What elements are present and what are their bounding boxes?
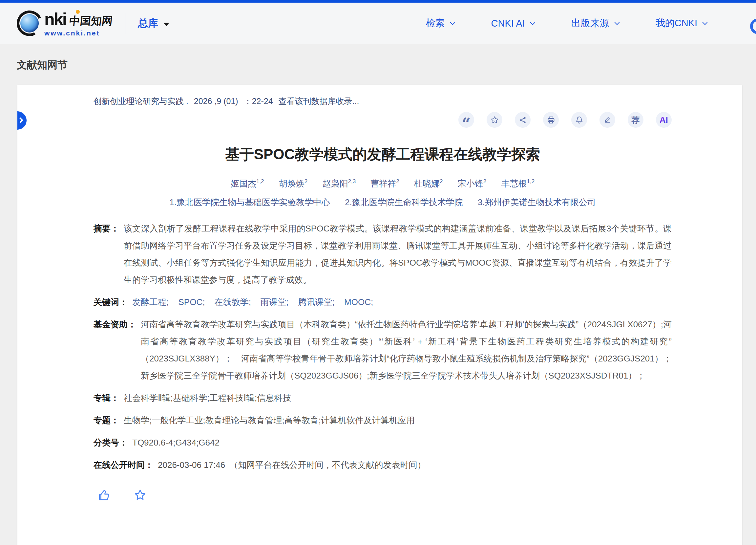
- author-list: 姬国杰1,2 胡焕焕2 赵枭阳2,3 曹祥祥2 杜晓娜2 宋小锋2 丰慧根1,2: [94, 178, 672, 189]
- keyword-list: 发酵工程; SPOC; 在线教学; 雨课堂; 腾讯课堂; MOOC;: [132, 294, 672, 311]
- favorite-star-glyph: [134, 489, 147, 502]
- topic-text: 生物学;一般化学工业;教育理论与教育管理;高等教育;计算机软件及计算机应用: [124, 412, 672, 429]
- quote-icon[interactable]: “: [458, 112, 474, 128]
- bell-icon[interactable]: [571, 112, 587, 128]
- favorite-star-icon[interactable]: [134, 489, 147, 503]
- keyword-link[interactable]: SPOC;: [178, 297, 205, 307]
- logo-url: www.cnki.net: [44, 30, 113, 36]
- nav-item-cnki-ai[interactable]: CNKI AI: [491, 18, 535, 29]
- topic-label: 专题：: [94, 412, 119, 429]
- site-header: nki 中国知网 www.cnki.net 总库 检索 CNKI AI 出版来源…: [0, 3, 756, 44]
- bell-glyph: [575, 115, 584, 124]
- online-date-value: 2026-03-06 17:46 （知网平台在线公开时间，不代表文献的发表时间）: [158, 456, 672, 473]
- pencil-glyph: [603, 115, 612, 124]
- cnki-logo[interactable]: nki 中国知网 www.cnki.net: [17, 10, 113, 36]
- action-toolbar: “: [94, 112, 672, 128]
- affiliation-link[interactable]: 3.郑州伊美诺生物技术有限公司: [478, 197, 596, 207]
- author-link[interactable]: 胡焕焕2: [279, 178, 307, 188]
- caret-down-icon: [163, 23, 169, 26]
- keyword-link[interactable]: MOOC;: [344, 297, 373, 307]
- online-date-row: 在线公开时间： 2026-03-06 17:46 （知网平台在线公开时间，不代表…: [94, 456, 672, 473]
- primary-nav: 检索 CNKI AI 出版来源 我的CNKI: [426, 17, 756, 30]
- clc-label: 分类号：: [94, 434, 128, 451]
- keyword-link[interactable]: 雨课堂;: [261, 297, 288, 307]
- edit-icon[interactable]: [599, 112, 615, 128]
- star-icon[interactable]: [487, 112, 502, 128]
- author-link[interactable]: 宋小锋2: [458, 178, 486, 188]
- logo-text: nki 中国知网 www.cnki.net: [44, 10, 113, 36]
- hub-label: 总库: [138, 16, 158, 30]
- recommend-icon[interactable]: 荐: [628, 112, 643, 128]
- author-link[interactable]: 姬国杰1,2: [231, 178, 264, 188]
- share-icon[interactable]: [515, 112, 531, 128]
- thumbs-up-glyph: [97, 489, 111, 502]
- keyword-link[interactable]: 发酵工程;: [132, 297, 169, 307]
- album-text: 社会科学Ⅱ辑;基础科学;工程科技Ⅰ辑;信息科技: [124, 389, 672, 407]
- logo-chinese: 中国知网: [69, 15, 113, 28]
- source-line: 创新创业理论研究与实践 . 2026 ,9 (01) ：22-24 查看该刊数据…: [94, 96, 672, 107]
- article-card: 创新创业理论研究与实践 . 2026 ,9 (01) ：22-24 查看该刊数据…: [17, 85, 742, 545]
- share-glyph: [518, 115, 527, 124]
- album-row: 专辑： 社会科学Ⅱ辑;基础科学;工程科技Ⅰ辑;信息科技: [94, 389, 672, 407]
- author-link[interactable]: 杜晓娜2: [414, 178, 443, 188]
- nav-item-search[interactable]: 检索: [426, 17, 454, 30]
- page-title: 文献知网节: [17, 58, 756, 72]
- topic-row: 专题： 生物学;一般化学工业;教育理论与教育管理;高等教育;计算机软件及计算机应…: [94, 412, 672, 429]
- chevron-down-icon: [703, 20, 708, 25]
- db-inclusion-link[interactable]: 查看该刊数据库收录...: [279, 96, 359, 106]
- star-glyph: [490, 115, 499, 124]
- ai-icon[interactable]: AI: [656, 112, 672, 128]
- keywords-label: 关键词：: [94, 294, 128, 311]
- keywords-row: 关键词： 发酵工程; SPOC; 在线教学; 雨课堂; 腾讯课堂; MOOC;: [94, 294, 672, 311]
- cnki-globe-icon: [17, 10, 42, 36]
- chevron-down-icon: [450, 20, 455, 25]
- printer-glyph: [547, 115, 556, 124]
- journal-issue: 2026 ,9 (01): [194, 96, 238, 106]
- clc-text: TQ920.6-4;G434;G642: [132, 434, 672, 451]
- hub-selector[interactable]: 总库: [138, 16, 169, 30]
- logo-latin: nki: [44, 10, 66, 28]
- feedback-row: [94, 489, 672, 503]
- keyword-link[interactable]: 腾讯课堂;: [298, 297, 335, 307]
- chevron-down-icon: [530, 20, 535, 25]
- nav-item-my-cnki[interactable]: 我的CNKI: [656, 17, 707, 30]
- online-date-label: 在线公开时间：: [94, 456, 153, 473]
- article-title: 基于SPOC教学模式的发酵工程课程在线教学探索: [94, 145, 672, 164]
- header-divider: [125, 13, 125, 34]
- online-date-note: （知网平台在线公开时间，不代表文献的发表时间）: [230, 460, 426, 470]
- nav-item-publication-source[interactable]: 出版来源: [571, 17, 619, 30]
- funding-label: 基金资助：: [94, 316, 136, 384]
- journal-pages: ：22-24: [244, 96, 273, 106]
- abstract-row: 摘要： 该文深入剖析了发酵工程课程在线教学中采用的SPOC教学模式。该课程教学模…: [94, 220, 672, 288]
- affiliation-link[interactable]: 2.豫北医学院生命科学技术学院: [345, 197, 463, 207]
- keyword-link[interactable]: 在线教学;: [215, 297, 251, 307]
- funding-row: 基金资助： 河南省高等教育教学改革研究与实践项目（本科教育类）“依托生物医药特色…: [94, 316, 672, 384]
- funding-text: 河南省高等教育教学改革研究与实践项目（本科教育类）“依托生物医药特色行业学院培养…: [141, 316, 672, 384]
- author-link[interactable]: 赵枭阳2,3: [322, 178, 356, 188]
- online-date: 2026-03-06 17:46: [158, 460, 225, 470]
- journal-link[interactable]: 创新创业理论研究与实践 .: [94, 96, 188, 106]
- author-link[interactable]: 曹祥祥2: [370, 178, 399, 188]
- logo-globe: [20, 14, 39, 32]
- affiliation-link[interactable]: 1.豫北医学院生物与基础医学实验教学中心: [169, 197, 330, 207]
- clc-row: 分类号： TQ920.6-4;G434;G642: [94, 434, 672, 451]
- chevron-right-icon: [18, 117, 23, 123]
- thumbs-up-icon[interactable]: [97, 489, 111, 503]
- top-accent-bar: [0, 0, 756, 3]
- abstract-label: 摘要：: [94, 220, 119, 288]
- author-link[interactable]: 丰慧根1,2: [501, 178, 535, 188]
- abstract-text: 该文深入剖析了发酵工程课程在线教学中采用的SPOC教学模式。该课程教学模式的构建…: [124, 220, 672, 288]
- printer-icon[interactable]: [543, 112, 559, 128]
- album-label: 专辑：: [94, 389, 119, 407]
- chevron-down-icon: [614, 20, 619, 25]
- affiliation-list: 1.豫北医学院生物与基础医学实验教学中心 2.豫北医学院生命科学技术学院 3.郑…: [94, 197, 672, 208]
